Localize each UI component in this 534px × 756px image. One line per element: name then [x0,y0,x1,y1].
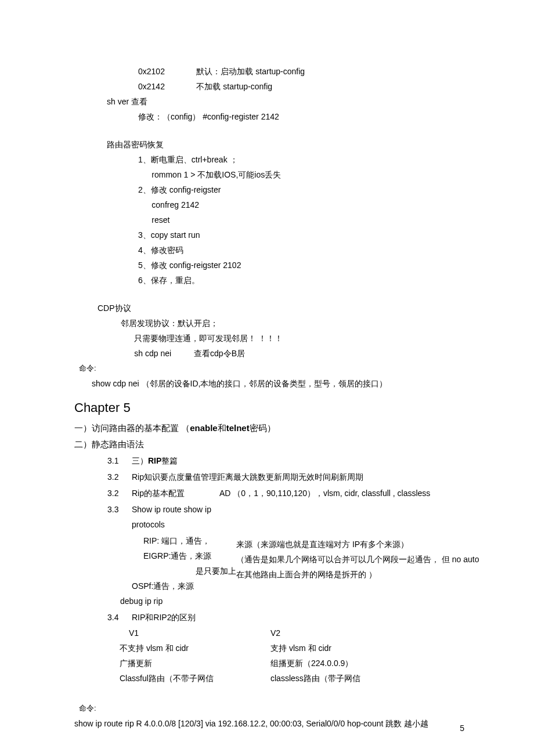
text-line: confreg 2142 [138,197,464,212]
text-line: 4、修改密码 [138,243,464,258]
item-number: 3.3 [107,501,131,533]
reg-code: 0x2102 [138,67,165,76]
text-line: 5、修改 config-reigster 2102 [138,258,464,273]
command-label: 命令: [79,701,464,716]
text-line: 2、修改 config-reigster [138,182,464,197]
document-page: 0x2102 默认：启动加载 startup-config 0x2142 不加载… [0,0,534,756]
table-cell: 支持 vlsm 和 cidr [270,641,445,656]
command-label: 命令: [79,361,464,376]
chapter-heading: Chapter 5 [74,399,464,417]
reg-desc: 不加载 startup-config [196,82,272,91]
text-line: 6、保存，重启。 [138,273,464,288]
text-line: 3、copy start run [138,227,464,243]
table-header: V1 [120,625,270,641]
text-line: 0x2142 不加载 startup-config [138,79,464,94]
text-line: RIP和RIP2的区别 [131,609,490,625]
reg-desc: 默认：启动加载 startup-config [196,67,305,76]
text-line: sh cdp nei 查看cdp令B居 [121,346,464,361]
text-line: reset [138,212,464,227]
text-line: sh ver 查看 [107,94,464,109]
item-number: 3.2 [107,485,131,501]
item-number: 3.2 [107,469,131,485]
text-line: rommon 1 > 不加载IOS,可能ios丢失 [138,167,464,182]
text-line: 邻居发现协议：默认开启； [121,316,464,331]
item-number: 3.4 [107,609,131,625]
section-heading: 二）静态路由语法 [74,436,464,453]
item-number: 3.1 [107,453,131,469]
text-line: show cdp nei （邻居的设备ID,本地的接口，邻居的设备类型，型号，领… [92,376,464,391]
table-header: V2 [270,625,445,641]
text-line: 只需要物理连通，即可发现邻居！ ！！！ [121,331,464,346]
table-cell: Classful路由（不带子网信 [120,671,270,686]
reg-code: 0x2142 [138,82,165,91]
section-heading: 三）RIP整篇 [131,453,490,469]
section-title: CDP协议 [98,301,464,316]
section-title: 路由器密码恢复 [107,137,464,152]
numbered-block: 3.1 三）RIP整篇 3.2 Rip知识要点度量值管理距离最大跳数更新周期无效… [107,453,490,625]
comparison-table: V1 V2 不支持 vlsm 和 cidr 支持 vlsm 和 cidr 广播更… [120,625,445,686]
page-number: 5 [460,724,464,733]
text-line: 1、断电重启、ctrl+break ； [138,152,464,167]
text-line: Rip的基本配置AD （0，1，90,110,120），vlsm, cidr, … [131,485,490,501]
table-cell: 组播更新（224.0.0.9） [270,656,445,671]
text-line: 修改：（config） #config-register 2142 [138,109,464,124]
text-line: 0x2102 默认：启动加载 startup-config [138,64,464,79]
text-line: debug ip rip [120,594,489,609]
table-cell: 不支持 vlsm 和 cidr [120,641,270,656]
protocol-col: RIP: 端口，通告， EIGRP:通告，来源 是只要加上 OSPf:通告，来源 [132,533,236,594]
table-cell: classless路由（带子网信 [270,671,445,686]
text-line: show ip route rip R 4.0.0.0/8 [120/3] vi… [74,716,464,731]
section-heading: 一）访问路由器的基本配置 （enable和telnet密码） [74,420,464,436]
table-cell: 广播更新 [120,656,270,671]
text-line: Rip知识要点度量值管理距离最大跳数更新周期无效时间刷新周期 [131,469,490,485]
text-line: Show ip route show ip protocols [131,501,490,533]
note-col: 来源（来源端也就是直连端对方 IP有多个来源） （通告是如果几个网络可以合并可以… [236,533,489,594]
